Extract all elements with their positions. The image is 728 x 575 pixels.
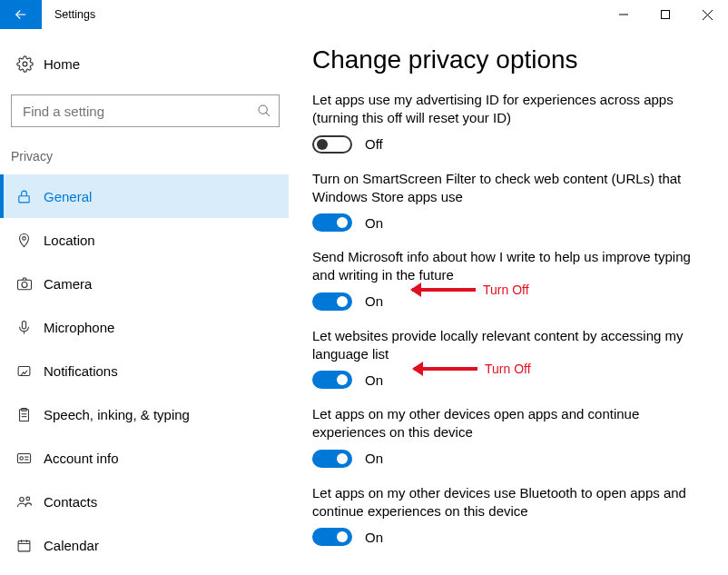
search-input[interactable] [23,104,257,119]
toggle-state-label: On [365,451,383,466]
svg-line-6 [266,113,270,116]
clipboard-icon [16,407,44,422]
back-button[interactable] [0,0,42,29]
main-panel: Change privacy options Let apps use my a… [289,29,728,575]
sidebar-item-label: General [44,189,92,204]
lock-icon [16,189,44,204]
titlebar-drag-area[interactable] [95,0,603,29]
option-description: Let websites provide locally relevant co… [312,327,697,364]
option-bluetooth-cross-device: Let apps on my other devices use Bluetoo… [312,484,697,547]
toggle-state-label: On [365,215,383,231]
sidebar-item-contacts[interactable]: Contacts [0,480,289,523]
svg-point-10 [22,283,27,288]
toggle-smartscreen[interactable] [312,213,352,232]
option-send-typing-info: Send Microsoft info about how I write to… [312,248,697,311]
sidebar-home-label: Home [44,56,80,72]
page-title: Change privacy options [312,45,697,74]
arrow-left-annotation-icon [414,367,477,371]
svg-point-5 [259,105,267,114]
toggle-state-label: On [365,293,383,309]
svg-rect-9 [18,280,32,290]
minimize-icon [619,10,628,19]
option-description: Turn on SmartScreen Filter to check web … [312,170,697,207]
sidebar-item-camera[interactable]: Camera [0,262,289,305]
toggle-state-label: On [365,530,383,545]
search-icon [257,104,271,118]
camera-icon [16,275,44,292]
maximize-button[interactable] [644,0,686,29]
sidebar: Home Privacy General Location Camera [0,29,289,575]
sidebar-item-label: Location [44,233,95,248]
sidebar-item-label: Calendar [44,538,99,553]
sidebar-item-label: Account info [44,451,119,466]
arrow-left-icon [13,6,29,23]
sidebar-item-speech[interactable]: Speech, inking, & typing [0,392,289,436]
sidebar-item-calendar[interactable]: Calendar [0,523,289,567]
account-icon [16,451,44,466]
minimize-button[interactable] [603,0,644,29]
toggle-cross-device-apps[interactable] [312,450,352,468]
svg-point-22 [20,498,25,502]
toggle-advertising-id[interactable] [312,135,352,154]
close-button[interactable] [686,0,728,29]
svg-point-8 [23,236,26,240]
toggle-bluetooth-cross-device[interactable] [312,528,352,546]
sidebar-home[interactable]: Home [0,45,289,82]
close-icon [703,10,713,20]
option-language-list: Let websites provide locally relevant co… [312,327,697,390]
svg-rect-1 [662,11,670,19]
calendar-icon [16,538,44,553]
microphone-icon [16,320,44,335]
sidebar-item-label: Microphone [44,320,114,335]
sidebar-item-label: Contacts [44,494,97,510]
sidebar-item-label: Speech, inking, & typing [44,407,190,422]
sidebar-item-general[interactable]: General [0,174,289,218]
option-description: Let apps on my other devices use Bluetoo… [312,484,697,521]
titlebar: Settings [0,0,728,29]
sidebar-item-location[interactable]: Location [0,218,289,262]
svg-rect-7 [19,195,29,202]
svg-rect-11 [22,321,25,329]
location-icon [16,233,44,248]
toggle-language-list[interactable] [312,371,352,389]
sidebar-item-label: Camera [44,276,92,292]
option-smartscreen: Turn on SmartScreen Filter to check web … [312,170,697,233]
sidebar-item-label: Notifications [44,363,118,379]
option-description: Let apps use my advertising ID for exper… [312,91,697,128]
search-box[interactable] [11,94,280,127]
option-advertising-id: Let apps use my advertising ID for exper… [312,91,697,154]
option-description: Let apps on my other devices open apps a… [312,405,697,442]
toggle-state-label: Off [365,136,383,152]
sidebar-item-notifications[interactable]: Notifications [0,349,289,392]
toggle-state-label: On [365,372,383,388]
sidebar-section-header: Privacy [0,127,289,169]
sidebar-item-microphone[interactable]: Microphone [0,305,289,349]
svg-point-19 [20,456,24,460]
gear-icon [16,55,44,73]
toggle-send-typing-info[interactable] [312,292,352,311]
window-title: Settings [42,0,95,29]
sidebar-item-account-info[interactable]: Account info [0,436,289,480]
contacts-icon [16,493,44,510]
arrow-left-annotation-icon [412,288,476,292]
svg-rect-13 [18,366,30,375]
notifications-icon [16,363,44,379]
maximize-icon [661,10,670,19]
svg-point-23 [26,497,30,501]
svg-rect-24 [18,540,30,550]
svg-point-4 [23,62,27,66]
option-description: Send Microsoft info about how I write to… [312,248,697,285]
option-cross-device-apps: Let apps on my other devices open apps a… [312,405,697,468]
